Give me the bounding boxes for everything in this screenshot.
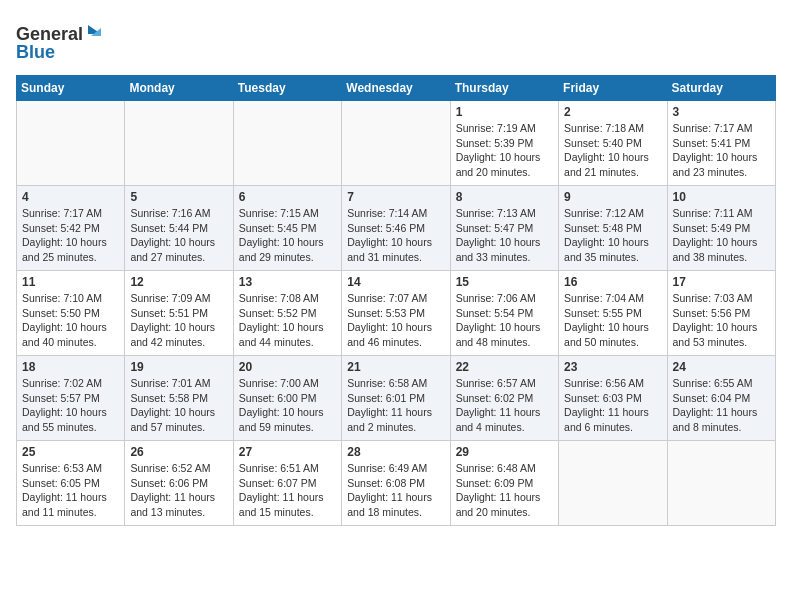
weekday-header-friday: Friday — [559, 76, 667, 101]
day-number: 1 — [456, 105, 553, 119]
day-info: Sunrise: 7:17 AM Sunset: 5:42 PM Dayligh… — [22, 206, 119, 265]
day-info: Sunrise: 6:53 AM Sunset: 6:05 PM Dayligh… — [22, 461, 119, 520]
calendar-day-5: 5Sunrise: 7:16 AM Sunset: 5:44 PM Daylig… — [125, 186, 233, 271]
calendar-day-20: 20Sunrise: 7:00 AM Sunset: 6:00 PM Dayli… — [233, 356, 341, 441]
day-info: Sunrise: 6:57 AM Sunset: 6:02 PM Dayligh… — [456, 376, 553, 435]
svg-text:General: General — [16, 24, 83, 44]
calendar-day-17: 17Sunrise: 7:03 AM Sunset: 5:56 PM Dayli… — [667, 271, 775, 356]
day-number: 6 — [239, 190, 336, 204]
calendar-day-9: 9Sunrise: 7:12 AM Sunset: 5:48 PM Daylig… — [559, 186, 667, 271]
calendar-day-28: 28Sunrise: 6:49 AM Sunset: 6:08 PM Dayli… — [342, 441, 450, 526]
calendar-day-23: 23Sunrise: 6:56 AM Sunset: 6:03 PM Dayli… — [559, 356, 667, 441]
day-info: Sunrise: 7:19 AM Sunset: 5:39 PM Dayligh… — [456, 121, 553, 180]
day-number: 19 — [130, 360, 227, 374]
day-number: 22 — [456, 360, 553, 374]
day-info: Sunrise: 6:52 AM Sunset: 6:06 PM Dayligh… — [130, 461, 227, 520]
calendar-empty-cell — [559, 441, 667, 526]
calendar-header: SundayMondayTuesdayWednesdayThursdayFrid… — [17, 76, 776, 101]
weekday-header-tuesday: Tuesday — [233, 76, 341, 101]
day-info: Sunrise: 7:12 AM Sunset: 5:48 PM Dayligh… — [564, 206, 661, 265]
calendar-empty-cell — [667, 441, 775, 526]
day-info: Sunrise: 7:03 AM Sunset: 5:56 PM Dayligh… — [673, 291, 770, 350]
day-number: 2 — [564, 105, 661, 119]
weekday-header-row: SundayMondayTuesdayWednesdayThursdayFrid… — [17, 76, 776, 101]
calendar-day-14: 14Sunrise: 7:07 AM Sunset: 5:53 PM Dayli… — [342, 271, 450, 356]
day-info: Sunrise: 6:49 AM Sunset: 6:08 PM Dayligh… — [347, 461, 444, 520]
day-info: Sunrise: 6:55 AM Sunset: 6:04 PM Dayligh… — [673, 376, 770, 435]
day-number: 25 — [22, 445, 119, 459]
day-info: Sunrise: 7:09 AM Sunset: 5:51 PM Dayligh… — [130, 291, 227, 350]
day-info: Sunrise: 7:02 AM Sunset: 5:57 PM Dayligh… — [22, 376, 119, 435]
calendar-week-row: 4Sunrise: 7:17 AM Sunset: 5:42 PM Daylig… — [17, 186, 776, 271]
weekday-header-sunday: Sunday — [17, 76, 125, 101]
day-number: 3 — [673, 105, 770, 119]
calendar-empty-cell — [233, 101, 341, 186]
calendar-day-6: 6Sunrise: 7:15 AM Sunset: 5:45 PM Daylig… — [233, 186, 341, 271]
calendar-week-row: 1Sunrise: 7:19 AM Sunset: 5:39 PM Daylig… — [17, 101, 776, 186]
svg-text:Blue: Blue — [16, 42, 55, 62]
calendar-day-22: 22Sunrise: 6:57 AM Sunset: 6:02 PM Dayli… — [450, 356, 558, 441]
calendar-day-8: 8Sunrise: 7:13 AM Sunset: 5:47 PM Daylig… — [450, 186, 558, 271]
day-info: Sunrise: 7:01 AM Sunset: 5:58 PM Dayligh… — [130, 376, 227, 435]
day-number: 8 — [456, 190, 553, 204]
calendar-body: 1Sunrise: 7:19 AM Sunset: 5:39 PM Daylig… — [17, 101, 776, 526]
day-info: Sunrise: 6:56 AM Sunset: 6:03 PM Dayligh… — [564, 376, 661, 435]
day-number: 10 — [673, 190, 770, 204]
calendar-day-7: 7Sunrise: 7:14 AM Sunset: 5:46 PM Daylig… — [342, 186, 450, 271]
day-info: Sunrise: 7:16 AM Sunset: 5:44 PM Dayligh… — [130, 206, 227, 265]
day-info: Sunrise: 7:00 AM Sunset: 6:00 PM Dayligh… — [239, 376, 336, 435]
weekday-header-thursday: Thursday — [450, 76, 558, 101]
day-number: 11 — [22, 275, 119, 289]
calendar-day-16: 16Sunrise: 7:04 AM Sunset: 5:55 PM Dayli… — [559, 271, 667, 356]
day-info: Sunrise: 7:07 AM Sunset: 5:53 PM Dayligh… — [347, 291, 444, 350]
calendar-empty-cell — [17, 101, 125, 186]
calendar-week-row: 18Sunrise: 7:02 AM Sunset: 5:57 PM Dayli… — [17, 356, 776, 441]
day-number: 14 — [347, 275, 444, 289]
calendar-day-10: 10Sunrise: 7:11 AM Sunset: 5:49 PM Dayli… — [667, 186, 775, 271]
calendar-day-2: 2Sunrise: 7:18 AM Sunset: 5:40 PM Daylig… — [559, 101, 667, 186]
calendar-day-11: 11Sunrise: 7:10 AM Sunset: 5:50 PM Dayli… — [17, 271, 125, 356]
day-number: 26 — [130, 445, 227, 459]
day-number: 23 — [564, 360, 661, 374]
day-info: Sunrise: 7:10 AM Sunset: 5:50 PM Dayligh… — [22, 291, 119, 350]
calendar-day-24: 24Sunrise: 6:55 AM Sunset: 6:04 PM Dayli… — [667, 356, 775, 441]
day-info: Sunrise: 7:13 AM Sunset: 5:47 PM Dayligh… — [456, 206, 553, 265]
logo: GeneralBlue — [16, 20, 106, 65]
day-number: 20 — [239, 360, 336, 374]
weekday-header-saturday: Saturday — [667, 76, 775, 101]
calendar-day-13: 13Sunrise: 7:08 AM Sunset: 5:52 PM Dayli… — [233, 271, 341, 356]
day-info: Sunrise: 6:58 AM Sunset: 6:01 PM Dayligh… — [347, 376, 444, 435]
day-number: 21 — [347, 360, 444, 374]
calendar-day-25: 25Sunrise: 6:53 AM Sunset: 6:05 PM Dayli… — [17, 441, 125, 526]
day-info: Sunrise: 6:51 AM Sunset: 6:07 PM Dayligh… — [239, 461, 336, 520]
day-number: 28 — [347, 445, 444, 459]
page-header: GeneralBlue — [16, 16, 776, 65]
day-info: Sunrise: 7:08 AM Sunset: 5:52 PM Dayligh… — [239, 291, 336, 350]
day-number: 15 — [456, 275, 553, 289]
day-number: 9 — [564, 190, 661, 204]
day-number: 4 — [22, 190, 119, 204]
day-info: Sunrise: 6:48 AM Sunset: 6:09 PM Dayligh… — [456, 461, 553, 520]
day-number: 13 — [239, 275, 336, 289]
calendar-table: SundayMondayTuesdayWednesdayThursdayFrid… — [16, 75, 776, 526]
calendar-day-27: 27Sunrise: 6:51 AM Sunset: 6:07 PM Dayli… — [233, 441, 341, 526]
day-number: 29 — [456, 445, 553, 459]
calendar-day-26: 26Sunrise: 6:52 AM Sunset: 6:06 PM Dayli… — [125, 441, 233, 526]
calendar-day-3: 3Sunrise: 7:17 AM Sunset: 5:41 PM Daylig… — [667, 101, 775, 186]
calendar-day-1: 1Sunrise: 7:19 AM Sunset: 5:39 PM Daylig… — [450, 101, 558, 186]
calendar-day-29: 29Sunrise: 6:48 AM Sunset: 6:09 PM Dayli… — [450, 441, 558, 526]
calendar-day-12: 12Sunrise: 7:09 AM Sunset: 5:51 PM Dayli… — [125, 271, 233, 356]
day-info: Sunrise: 7:11 AM Sunset: 5:49 PM Dayligh… — [673, 206, 770, 265]
day-number: 16 — [564, 275, 661, 289]
day-info: Sunrise: 7:17 AM Sunset: 5:41 PM Dayligh… — [673, 121, 770, 180]
day-number: 17 — [673, 275, 770, 289]
day-info: Sunrise: 7:15 AM Sunset: 5:45 PM Dayligh… — [239, 206, 336, 265]
day-number: 5 — [130, 190, 227, 204]
day-info: Sunrise: 7:14 AM Sunset: 5:46 PM Dayligh… — [347, 206, 444, 265]
day-number: 27 — [239, 445, 336, 459]
calendar-empty-cell — [125, 101, 233, 186]
weekday-header-wednesday: Wednesday — [342, 76, 450, 101]
day-info: Sunrise: 7:06 AM Sunset: 5:54 PM Dayligh… — [456, 291, 553, 350]
day-number: 12 — [130, 275, 227, 289]
day-info: Sunrise: 7:04 AM Sunset: 5:55 PM Dayligh… — [564, 291, 661, 350]
